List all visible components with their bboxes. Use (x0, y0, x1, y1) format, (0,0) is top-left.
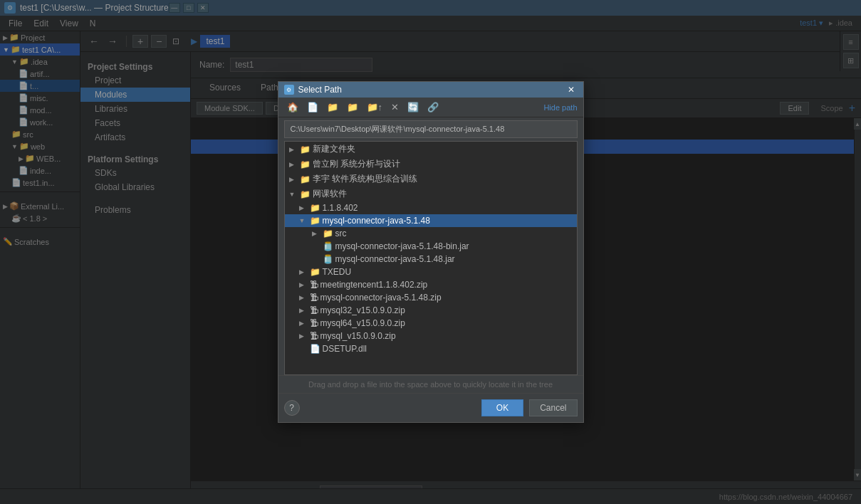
tree-node-mysql32[interactable]: ▶ 🗜 mysql32_v15.0.9.0.zip (285, 304, 577, 317)
cancel-btn[interactable]: Cancel (529, 399, 577, 416)
dialog-close-btn[interactable]: ✕ (565, 85, 578, 95)
refresh-btn[interactable]: 🔄 (405, 100, 422, 114)
folder-up-btn[interactable]: 📁↑ (364, 100, 386, 114)
tree-node-bin-jar[interactable]: ▶ 🫙 mysql-connector-java-5.1.48-bin.jar (285, 240, 577, 253)
clear-btn[interactable]: ✕ (388, 100, 402, 114)
select-path-dialog: ⚙ Select Path ✕ 🏠 📄 📁 📁 📁↑ ✕ 🔄 🔗 Hide pa… (278, 81, 584, 423)
dialog-toolbar: 🏠 📄 📁 📁 📁↑ ✕ 🔄 🔗 Hide path (278, 98, 583, 117)
tree-node-jar[interactable]: ▶ 🫙 mysql-connector-java-5.1.48.jar (285, 253, 577, 266)
tree-node-dsetup[interactable]: ▶ 📄 DSETUP.dll (285, 342, 577, 355)
tree-node-liyu[interactable]: ▶ 📁 李宇 软件系统构思综合训练 (285, 172, 577, 187)
tree-node-src[interactable]: ▶ 📁 src (285, 227, 577, 240)
tree-node-meeting-zip[interactable]: ▶ 🗜 meetingtencent1.1.8.402.zip (285, 278, 577, 291)
tree-node-zengligan[interactable]: ▶ 📁 曾立刚 系统分析与设计 (285, 157, 577, 172)
dialog-title-bar: ⚙ Select Path ✕ (278, 82, 583, 98)
link-btn[interactable]: 🔗 (424, 100, 442, 114)
tree-node-wangke[interactable]: ▼ 📁 网课软件 (285, 187, 577, 201)
ok-btn[interactable]: OK (481, 399, 523, 416)
tree-node-xinjian[interactable]: ▶ 📁 新建文件夹 (285, 142, 577, 157)
dialog-path-bar: C:\Users\win7\Desktop\网课软件\mysql-connect… (284, 120, 578, 138)
tree-node-mysql64[interactable]: ▶ 🗜 mysql64_v15.0.9.0.zip (285, 317, 577, 330)
new-file-btn[interactable]: 📄 (304, 100, 321, 114)
help-btn[interactable]: ? (284, 400, 300, 416)
modal-overlay: ⚙ Select Path ✕ 🏠 📄 📁 📁 📁↑ ✕ 🔄 🔗 Hide pa… (0, 0, 861, 504)
tree-node-mysqlv[interactable]: ▶ 🗜 mysql_v15.0.9.0.zip (285, 330, 577, 342)
tree-node-txedu[interactable]: ▶ 📁 TXEDU (285, 266, 577, 278)
home-btn[interactable]: 🏠 (284, 100, 301, 114)
tree-node-1182[interactable]: ▶ 📁 1.1.8.402 (285, 201, 577, 214)
folder-btn[interactable]: 📁 (344, 100, 361, 114)
dialog-title-text: Select Path (298, 85, 565, 95)
dialog-buttons: ? OK Cancel (278, 393, 583, 422)
hide-path-btn[interactable]: Hide path (543, 103, 577, 112)
dialog-tree[interactable]: ▶ 📁 新建文件夹 ▶ 📁 曾立刚 系统分析与设计 ▶ 📁 李宇 软件系统构思综… (284, 141, 578, 375)
dialog-icon: ⚙ (284, 85, 294, 95)
tree-node-mysql-zip[interactable]: ▶ 🗜 mysql-connector-java-5.1.48.zip (285, 291, 577, 304)
dialog-hint: Drag and drop a file into the space abov… (278, 375, 583, 393)
tree-node-mysql-folder[interactable]: ▼ 📁 mysql-connector-java-5.1.48 (285, 214, 577, 227)
new-folder-btn[interactable]: 📁 (324, 100, 341, 114)
